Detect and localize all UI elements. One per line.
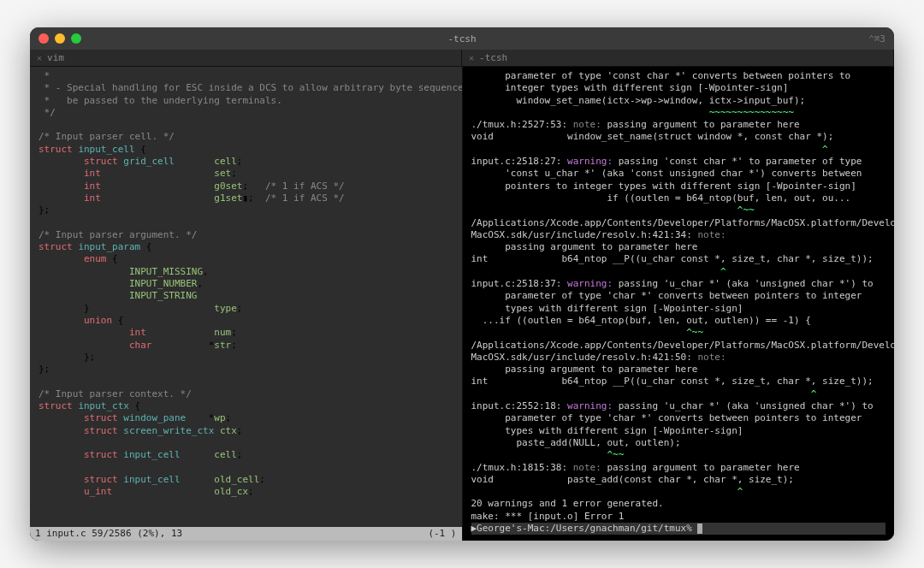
split-panes: * * - Special handling for ESC inside a … [30, 67, 894, 541]
tab-label: vim [47, 52, 64, 63]
shell-content[interactable]: parameter of type 'const char *' convert… [463, 67, 895, 541]
window-title: -tcsh [447, 33, 476, 44]
vim-status-line: 1 input.c 59/2586 (2%), 13 (-1 ) [30, 527, 462, 541]
window-badge: ⌃⌘3 [868, 33, 886, 44]
tab-bar: ✕ vim ✕ -tcsh [30, 50, 894, 67]
close-tab-icon[interactable]: ✕ [469, 53, 474, 62]
tab-tcsh[interactable]: ✕ -tcsh [462, 50, 894, 66]
shell-pane[interactable]: parameter of type 'const char *' convert… [463, 67, 895, 541]
vim-pane[interactable]: * * - Special handling for ESC inside a … [30, 67, 463, 541]
status-right: (-1 ) [428, 528, 456, 540]
terminal-window: -tcsh ⌃⌘3 ✕ vim ✕ -tcsh * * - Special ha… [30, 27, 894, 541]
close-tab-icon[interactable]: ✕ [37, 53, 42, 62]
titlebar[interactable]: -tcsh ⌃⌘3 [30, 27, 894, 50]
traffic-lights [38, 33, 81, 44]
tab-vim[interactable]: ✕ vim [30, 50, 462, 66]
zoom-icon[interactable] [71, 33, 81, 44]
cursor-icon [697, 524, 702, 534]
minimize-icon[interactable] [55, 33, 65, 44]
close-icon[interactable] [38, 33, 49, 44]
shell-prompt[interactable]: ▶George's-Mac:/Users/gnachman/git/tmux% [471, 523, 886, 535]
vim-content[interactable]: * * - Special handling for ESC inside a … [30, 67, 462, 527]
status-left: 1 input.c 59/2586 (2%), 13 [35, 528, 182, 540]
tab-label: -tcsh [479, 52, 507, 63]
